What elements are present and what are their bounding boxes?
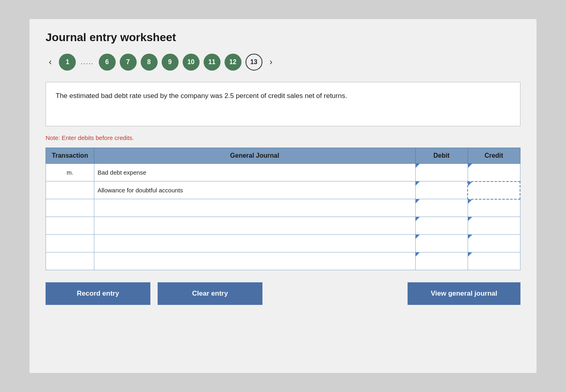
transaction-cell[interactable]: m.	[46, 164, 94, 181]
note-text: Note: Enter debits before credits.	[46, 134, 520, 141]
credit-triangle-icon	[468, 164, 472, 168]
credit-cell[interactable]	[468, 235, 520, 252]
table-row: Allowance for doubtful accounts	[46, 181, 520, 199]
page-title: Journal entry worksheet	[46, 31, 520, 44]
credit-cell[interactable]	[468, 199, 520, 217]
description-text: The estimated bad debt rate used by the …	[56, 92, 347, 100]
clear-entry-button[interactable]: Clear entry	[158, 282, 262, 305]
credit-cell[interactable]	[468, 181, 520, 199]
debit-triangle-icon	[416, 164, 420, 168]
buttons-row: Record entry Clear entry View general jo…	[46, 282, 520, 305]
general-journal-cell[interactable]: Allowance for doubtful accounts	[94, 181, 416, 199]
view-general-journal-button[interactable]: View general journal	[408, 282, 520, 305]
next-arrow[interactable]: ›	[266, 55, 276, 69]
debit-cell[interactable]	[415, 181, 468, 199]
table-row	[46, 217, 520, 235]
record-entry-button[interactable]: Record entry	[46, 282, 150, 305]
credit-triangle-icon	[468, 235, 472, 239]
page-dots: .....	[80, 58, 94, 66]
debit-cell[interactable]	[415, 235, 468, 252]
table-row	[46, 235, 520, 252]
transaction-cell[interactable]	[46, 235, 94, 252]
page-12[interactable]: 12	[225, 54, 241, 71]
worksheet-container: Journal entry worksheet ‹ 1 ..... 6 7 8 …	[29, 19, 537, 373]
general-journal-cell[interactable]: Bad debt expense	[94, 164, 416, 181]
transaction-cell[interactable]	[46, 252, 94, 270]
page-6[interactable]: 6	[99, 54, 116, 71]
col-header-transaction: Transaction	[46, 148, 94, 164]
page-10[interactable]: 10	[183, 54, 200, 71]
debit-cell[interactable]	[415, 199, 468, 217]
description-box: The estimated bad debt rate used by the …	[46, 82, 520, 126]
debit-cell[interactable]	[415, 164, 468, 181]
credit-triangle-icon	[468, 182, 472, 186]
general-journal-cell[interactable]	[94, 217, 416, 235]
page-1[interactable]: 1	[59, 54, 76, 71]
debit-triangle-icon	[416, 181, 420, 186]
page-7[interactable]: 7	[120, 54, 137, 71]
pagination: ‹ 1 ..... 6 7 8 9 10 11 12 13 ›	[46, 54, 520, 71]
page-9[interactable]: 9	[162, 54, 179, 71]
debit-triangle-icon	[416, 252, 420, 256]
transaction-cell[interactable]	[46, 181, 94, 199]
debit-triangle-icon	[416, 217, 420, 221]
credit-cell[interactable]	[468, 252, 520, 270]
col-header-credit: Credit	[468, 148, 520, 164]
general-journal-cell[interactable]	[94, 235, 416, 252]
debit-triangle-icon	[416, 199, 420, 203]
credit-cell[interactable]	[468, 164, 520, 181]
page-8[interactable]: 8	[141, 54, 158, 71]
transaction-cell[interactable]	[46, 199, 94, 217]
journal-table: Transaction General Journal Debit Credit…	[46, 148, 520, 270]
credit-cell[interactable]	[468, 217, 520, 235]
debit-cell[interactable]	[415, 252, 468, 270]
general-journal-cell[interactable]	[94, 199, 416, 217]
col-header-general-journal: General Journal	[94, 148, 416, 164]
general-journal-cell[interactable]	[94, 252, 416, 270]
table-row	[46, 199, 520, 217]
table-row	[46, 252, 520, 270]
debit-triangle-icon	[416, 235, 420, 239]
table-row: m.Bad debt expense	[46, 164, 520, 181]
col-header-debit: Debit	[415, 148, 468, 164]
page-13-current[interactable]: 13	[246, 54, 262, 71]
credit-triangle-icon	[468, 252, 472, 256]
credit-triangle-icon	[468, 217, 472, 221]
prev-arrow[interactable]: ‹	[46, 55, 55, 69]
page-11[interactable]: 11	[204, 54, 221, 71]
debit-cell[interactable]	[415, 217, 468, 235]
credit-triangle-icon	[468, 200, 472, 204]
transaction-cell[interactable]	[46, 217, 94, 235]
